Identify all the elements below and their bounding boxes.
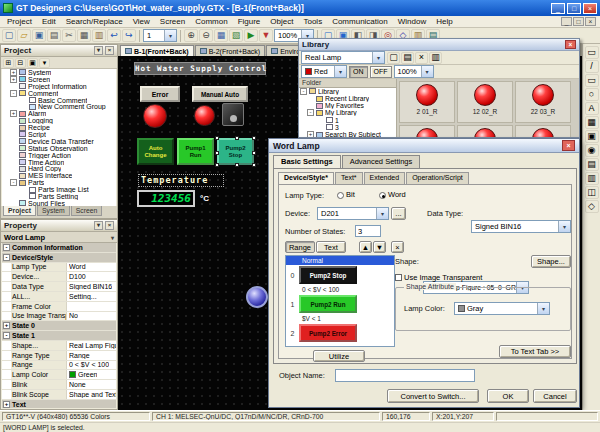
ok-button[interactable]: OK	[487, 389, 529, 403]
lamp-type-word-radio[interactable]: Word	[379, 190, 406, 199]
menu-item[interactable]: Help	[431, 17, 457, 26]
switch-icon[interactable]: ▣	[585, 130, 599, 143]
property-row[interactable]: - State 1	[2, 331, 116, 341]
row-expander-icon[interactable]: +	[3, 401, 10, 408]
hmi-pump1-run-button[interactable]: Pump1 Run	[177, 138, 214, 165]
state-condition[interactable]: 0 < $V < 100	[286, 285, 394, 294]
property-row[interactable]: + Text	[2, 400, 116, 408]
menu-item[interactable]: Window	[393, 17, 431, 26]
property-row[interactable]: Data Type Signed BIN16	[2, 282, 116, 292]
selection-handle[interactable]	[252, 136, 256, 140]
library-title-bar[interactable]: Library ×	[299, 39, 579, 51]
panel-close-icon[interactable]: ×	[105, 46, 114, 55]
library-item[interactable]: 22 03_R	[515, 81, 571, 123]
dialog-close-icon[interactable]: ×	[562, 140, 575, 151]
parts-display-icon[interactable]: ◇	[585, 200, 599, 213]
tree-expander-icon[interactable]: -	[307, 109, 314, 116]
library-tree-item[interactable]: My Favorites	[299, 102, 396, 109]
hmi-error-lamp[interactable]	[143, 104, 167, 128]
line-icon[interactable]: /	[585, 60, 599, 73]
tree-item[interactable]: Recipe	[2, 124, 116, 131]
mdi-restore-button[interactable]: □	[573, 17, 584, 26]
tree-item[interactable]: Parts Setting	[2, 193, 116, 200]
dialog-subtab[interactable]: Text*	[335, 172, 363, 184]
hmi-screen-title[interactable]: Hot Water Supply Control	[134, 62, 266, 75]
save-icon[interactable]: ▣	[32, 29, 46, 42]
selected-object-type[interactable]: Word Lamp	[1, 232, 117, 243]
property-row[interactable]: - Common Information	[2, 243, 116, 253]
menu-item[interactable]: Figure	[233, 17, 266, 26]
library-item[interactable]: 2 01_R	[399, 81, 455, 123]
tree-item[interactable]: Project Information	[2, 83, 116, 90]
property-row[interactable]: Use Image Transp... No	[2, 312, 116, 322]
expand-tree-icon[interactable]: ⊞	[3, 58, 14, 68]
data-type-combo[interactable]: Signed BIN16	[471, 220, 571, 233]
paste-icon[interactable]: ▥	[92, 29, 106, 42]
library-tree-item[interactable]: + Search By Subject	[299, 131, 396, 137]
tree-expander-icon[interactable]	[307, 102, 314, 109]
tree-expander-icon[interactable]	[317, 117, 324, 124]
tree-item[interactable]: + Alarm	[2, 110, 116, 117]
document-tab[interactable]: B-2(Front+Back)	[195, 45, 266, 56]
off-state-button[interactable]: OFF	[370, 66, 392, 78]
selection-handle[interactable]	[252, 151, 256, 155]
row-expander-icon[interactable]	[3, 303, 10, 310]
state-condition[interactable]: $V < 1	[286, 314, 394, 323]
tree-item[interactable]: Basic Comment	[2, 97, 116, 104]
library-item[interactable]	[399, 125, 455, 137]
tree-expander-icon[interactable]	[317, 124, 324, 131]
copy-icon[interactable]: ▦	[77, 29, 91, 42]
move-down-icon[interactable]: ▼	[373, 241, 386, 253]
screen-image-list-icon[interactable]: ▣	[27, 58, 38, 68]
lamp-color-combo[interactable]: Gray	[454, 302, 550, 315]
dialog-subtab[interactable]: Device/Style*	[278, 172, 334, 184]
tree-item[interactable]: + System	[2, 69, 116, 76]
selection-handle[interactable]	[215, 163, 219, 167]
selection-handle[interactable]	[215, 136, 219, 140]
property-row[interactable]: - Device/Style	[2, 253, 116, 263]
delete-library-icon[interactable]: ×	[415, 52, 428, 64]
row-expander-icon[interactable]: -	[3, 254, 10, 261]
library-item[interactable]	[457, 125, 513, 137]
property-row[interactable]: Blink None	[2, 380, 116, 390]
dialog-tab[interactable]: Basic Settings	[273, 155, 341, 168]
state-preview-button[interactable]: Pump2 Stop	[299, 266, 357, 284]
library-tree-item[interactable]: - Library	[299, 88, 396, 95]
dialog-subtab[interactable]: Extended	[364, 172, 406, 184]
tree-expander-icon[interactable]: +	[307, 131, 314, 137]
library-tree-item[interactable]: 3	[299, 124, 396, 131]
grid-setting-icon[interactable]: ▦	[214, 29, 228, 42]
row-expander-icon[interactable]: -	[3, 332, 10, 339]
hmi-numerical-display[interactable]: 123456	[137, 190, 195, 207]
tree-expander-icon[interactable]	[20, 193, 27, 200]
utilize-button[interactable]: Utilize	[313, 350, 365, 362]
hmi-toggle-switch[interactable]	[222, 103, 244, 126]
minimize-button[interactable]: _	[551, 3, 565, 14]
maximize-button[interactable]: □	[567, 3, 581, 14]
row-expander-icon[interactable]	[3, 342, 10, 349]
row-expander-icon[interactable]	[3, 361, 10, 368]
use-image-transparent-checkbox[interactable]: Use Image Transparent	[395, 273, 482, 282]
library-category-combo[interactable]: Real Lamp	[301, 51, 385, 64]
mdi-close-button[interactable]: ×	[585, 17, 596, 26]
tree-expander-icon[interactable]: -	[10, 90, 17, 97]
library-item[interactable]: 12 02_R	[457, 81, 513, 123]
tree-item[interactable]: Device Data Transfer	[2, 138, 116, 145]
tree-item[interactable]: Time Action	[2, 159, 116, 166]
open-project-icon[interactable]: ▱	[17, 29, 31, 42]
dialog-subtab[interactable]: Operation/Script	[406, 172, 469, 184]
convert-to-switch-button[interactable]: Convert to Switch...	[387, 389, 479, 403]
text-button[interactable]: Text	[316, 241, 346, 253]
selection-handle[interactable]	[235, 136, 239, 140]
device-combo[interactable]: D201	[317, 207, 389, 220]
screen-number-combo[interactable]: 1	[143, 29, 177, 42]
simulator-icon[interactable]: ▶	[244, 29, 258, 42]
print-icon[interactable]: ▤	[47, 29, 61, 42]
on-state-button[interactable]: ON	[349, 66, 368, 78]
menu-item[interactable]: Edit	[37, 17, 61, 26]
circle-icon[interactable]: ○	[585, 88, 599, 101]
menu-item[interactable]: Screen	[155, 17, 190, 26]
row-expander-icon[interactable]	[3, 371, 10, 378]
row-expander-icon[interactable]	[3, 293, 10, 300]
state-entry[interactable]: Normal 0 Pump2 Stop	[286, 256, 394, 285]
